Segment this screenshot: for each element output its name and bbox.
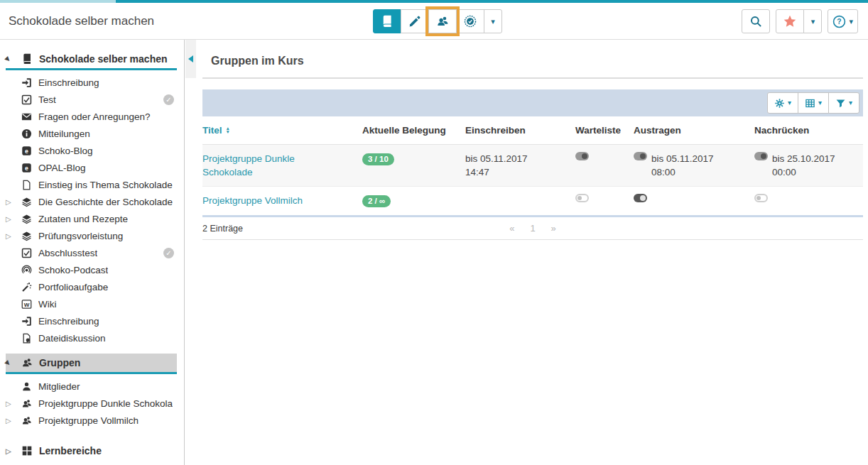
title-divider <box>202 77 863 79</box>
sidebar-item-course-root[interactable]: ▶ Schokolade selber machen <box>0 50 184 68</box>
sidebar-item-einstieg-ins-thema[interactable]: Einstieg ins Thema Schokolade <box>0 176 184 193</box>
sidebar-item-projektgruppe-dunkle-schokolade[interactable]: ▷ Projektgruppe Dunkle Schokola <box>0 395 184 412</box>
help-menu-button[interactable]: ▾ <box>828 9 858 33</box>
table-filter-button[interactable]: ▾ <box>828 92 859 114</box>
tree-expanded-caret-icon[interactable]: ▶ <box>4 359 12 367</box>
tree-collapsed-caret-icon[interactable]: ▷ <box>6 400 11 407</box>
caret-down-icon: ▾ <box>849 99 852 106</box>
course-toolbar: ▾ <box>373 9 502 33</box>
sidebar-item-pruefungsvorleistung[interactable]: ▷ Prüfungsvorleistung <box>0 227 184 244</box>
table-header-row: Titel ▲▼ Aktuelle Belegung Einschreiben … <box>202 116 863 145</box>
pencil-icon <box>408 15 421 28</box>
checkbox-icon <box>21 94 32 105</box>
search-button[interactable] <box>742 9 770 33</box>
favorite-menu-button[interactable]: ▾ <box>803 9 822 33</box>
person-icon <box>21 381 32 392</box>
sidebar-item-einschreibung[interactable]: Einschreibung <box>0 74 184 91</box>
sidebar-item-mitglieder[interactable]: Mitglieder <box>0 378 184 395</box>
favorite-button[interactable] <box>776 9 804 33</box>
withdraw-toggle-icon <box>634 194 647 202</box>
sidebar-item-lernbereiche[interactable]: ▷ Lernbereiche <box>0 442 184 460</box>
sidebar-item-gruppen[interactable]: ▶ Gruppen <box>0 354 184 372</box>
filter-icon <box>835 98 846 109</box>
caret-down-icon: ▾ <box>818 99 822 106</box>
sidebar-item-geschichte-der-schokolade[interactable]: ▷ Die Geschichte der Schokolade <box>0 193 184 210</box>
people-icon <box>436 15 449 28</box>
sidebar-item-fragen-oder-anregungen[interactable]: Fragen oder Anregungen? <box>0 108 184 125</box>
wiki-icon <box>21 299 32 310</box>
blog-icon <box>21 146 32 156</box>
table-settings-button[interactable]: ▾ <box>767 92 798 114</box>
column-header-titel[interactable]: Titel ▲▼ <box>202 125 362 136</box>
layers-icon <box>21 214 32 224</box>
sidebar-item-abschlusstest[interactable]: Abschlusstest ✓ <box>0 244 184 261</box>
sidebar-item-mitteilungen[interactable]: Mitteilungen <box>0 125 184 142</box>
tree-collapsed-caret-icon[interactable]: ▷ <box>6 198 11 206</box>
sidebar-item-einschreibung-2[interactable]: Einschreibung <box>0 312 184 329</box>
pagination-page-number[interactable]: 1 <box>530 223 535 234</box>
groups-table: ▾ ▾ ▾ Titel ▲▼ Aktuelle Belegung Einschr… <box>202 89 863 240</box>
envelope-icon <box>21 111 32 122</box>
seal-check-icon <box>464 15 477 28</box>
sidebar-item-zutaten-und-rezepte[interactable]: ▷ Zutaten und Rezepte <box>0 210 184 227</box>
table-row: Projektgruppe Dunkle Schokolade 3 / 10 b… <box>202 145 863 187</box>
help-icon <box>832 15 846 28</box>
table-toolbar-band: ▾ ▾ ▾ <box>202 89 863 116</box>
column-header-warteliste: Warteliste <box>575 125 634 136</box>
occupancy-badge: 2 / ∞ <box>362 195 391 207</box>
move-up-toggle-icon <box>754 152 768 160</box>
sidebar-item-dateidiskussion[interactable]: Dateidiskussion <box>0 329 184 346</box>
sidebar-item-portfolioaufgabe[interactable]: Portfolioaufgabe <box>0 278 184 295</box>
occupancy-badge: 3 / 10 <box>362 153 394 165</box>
book-icon <box>381 15 394 28</box>
column-header-nachruecken: Nachrücken <box>754 125 863 136</box>
pagination: « 1 » <box>509 223 556 234</box>
pagination-prev-button[interactable]: « <box>509 223 514 234</box>
column-header-einschreiben: Einschreiben <box>465 125 575 136</box>
table-icon <box>805 98 815 109</box>
caret-down-icon: ▾ <box>811 18 815 26</box>
course-navigation-sidebar: ▶ Schokolade selber machen Einschreibung… <box>0 40 185 465</box>
course-view-button[interactable] <box>373 9 401 33</box>
table-row: Projektgruppe Vollmilch 2 / ∞ <box>202 187 863 215</box>
caret-down-icon: ▾ <box>491 18 495 26</box>
tree-collapsed-caret-icon[interactable]: ▷ <box>6 215 11 223</box>
table-columns-button[interactable]: ▾ <box>798 92 829 114</box>
group-link[interactable]: Projektgruppe Vollmilch <box>202 194 303 207</box>
sidebar-item-opal-blog[interactable]: OPAL-Blog <box>0 159 184 176</box>
sidebar-item-test[interactable]: Test ✓ <box>0 91 184 108</box>
checkbox-icon <box>21 248 32 258</box>
group-link[interactable]: Projektgruppe Dunkle Schokolade <box>202 152 325 179</box>
column-header-aktuelle-belegung: Aktuelle Belegung <box>362 125 465 136</box>
wand-icon <box>21 282 32 292</box>
tree-collapsed-caret-icon[interactable]: ▷ <box>6 447 11 455</box>
tree-collapsed-caret-icon[interactable]: ▷ <box>6 232 11 240</box>
caret-down-icon: ▾ <box>788 99 791 106</box>
people-icon <box>21 415 32 426</box>
assessment-tool-button[interactable] <box>456 9 484 33</box>
completed-badge: ✓ <box>163 94 174 105</box>
sidebar-item-label: Schokolade selber machen <box>39 53 168 65</box>
sidebar-item-projektgruppe-vollmilch[interactable]: ▷ Projektgruppe Vollmilch <box>0 412 184 429</box>
members-management-button[interactable] <box>428 9 457 33</box>
sidebar-item-schoko-blog[interactable]: Schoko-Blog <box>0 142 184 159</box>
sign-in-icon <box>21 316 32 327</box>
course-edit-button[interactable] <box>401 9 429 33</box>
search-icon <box>749 15 762 28</box>
sidebar-item-schoko-podcast[interactable]: Schoko-Podcast <box>0 261 184 278</box>
people-icon <box>21 357 33 368</box>
sidebar-item-wiki[interactable]: Wiki <box>0 295 184 312</box>
star-icon <box>783 14 797 28</box>
gear-icon <box>774 98 785 109</box>
pagination-next-button[interactable]: » <box>551 223 556 234</box>
more-course-tools-button[interactable]: ▾ <box>484 9 502 33</box>
course-title: Schokolade selber machen <box>9 3 154 40</box>
sign-in-icon <box>21 77 32 88</box>
tree-collapsed-caret-icon[interactable]: ▷ <box>6 417 11 425</box>
book-icon <box>21 53 33 65</box>
layers-icon <box>21 231 32 241</box>
podcast-icon <box>21 265 32 275</box>
entry-count: 2 Einträge <box>202 224 243 234</box>
sidebar-collapse-button[interactable] <box>185 40 196 78</box>
tree-expanded-caret-icon[interactable]: ▶ <box>4 55 12 63</box>
